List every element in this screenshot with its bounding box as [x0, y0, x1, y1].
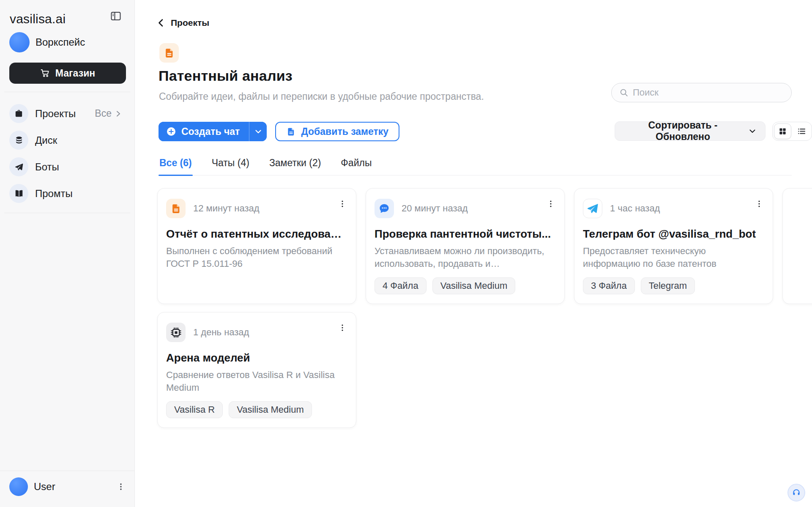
- chevron-left-icon: [157, 18, 165, 27]
- card-description: Сравнение ответов Vasilisa R и Vasilisa …: [166, 369, 347, 394]
- badge-model: Vasilisa Medium: [432, 277, 516, 294]
- grid-icon: [779, 127, 787, 135]
- sidebar-item-label: Промты: [35, 188, 73, 200]
- sidebar-divider: [4, 213, 130, 213]
- card-timestamp: 1 день назад: [193, 327, 249, 338]
- card-menu-icon[interactable]: [545, 198, 557, 210]
- list-controls: Сортировать - Обновлено: [615, 121, 812, 141]
- database-icon: [9, 131, 28, 150]
- tab-all[interactable]: Все (6): [159, 157, 193, 175]
- note-icon: [286, 127, 296, 137]
- list-icon: [797, 127, 806, 136]
- paper-plane-icon: [9, 157, 28, 176]
- card-description: Устанавливаем можно ли производить, испо…: [375, 245, 555, 270]
- sidebar-item-projects[interactable]: Проекты Все: [0, 100, 134, 127]
- badge-model: Vasilisa R: [166, 401, 223, 418]
- card-model-arena[interactable]: 1 день назад Арена моделей Сравнение отв…: [157, 312, 356, 428]
- card-title: Проверка пантентной чистоты...: [375, 227, 555, 241]
- card-timestamp: 12 минут назад: [193, 203, 260, 214]
- sidebar-item-disk[interactable]: Диск: [0, 127, 134, 153]
- search-input[interactable]: [633, 87, 784, 98]
- card-description: Предоставляет техническую информацию по …: [583, 245, 763, 270]
- create-chat-split-button: Создать чат: [159, 122, 267, 141]
- search-box: [611, 83, 792, 102]
- sidebar-collapse-icon[interactable]: [110, 10, 122, 22]
- workspace-switcher[interactable]: Воркспейс: [9, 32, 85, 52]
- create-chat-label: Создать чат: [181, 126, 240, 137]
- card-menu-icon[interactable]: [753, 198, 765, 210]
- badge-files: 4 Файла: [375, 277, 427, 294]
- sidebar-nav: Проекты Все Диск: [0, 100, 134, 207]
- sidebar-divider: [4, 92, 130, 92]
- create-chat-button[interactable]: Создать чат: [159, 122, 249, 141]
- add-note-label: Добавить заметку: [301, 126, 388, 137]
- card-title: Арена моделей: [166, 351, 347, 364]
- project-icon: [159, 43, 179, 63]
- workspace-label: Воркспейс: [36, 36, 85, 48]
- user-kebab-icon[interactable]: [115, 481, 127, 493]
- sidebar-user-divider: [0, 471, 135, 471]
- card-timestamp: 20 минут назад: [402, 203, 468, 214]
- breadcrumb[interactable]: Проекты: [157, 18, 209, 28]
- breadcrumb-label: Проекты: [171, 18, 209, 28]
- tab-notes[interactable]: Заметки (2): [268, 157, 322, 175]
- sort-label: Сортировать - Обновлено: [623, 120, 742, 143]
- store-button-label: Магазин: [55, 68, 95, 79]
- card-title: Отчёт о патентных исследованиях: [166, 227, 347, 241]
- tab-files[interactable]: Файлы: [340, 157, 372, 175]
- store-button[interactable]: Магазин: [9, 63, 126, 84]
- chevron-down-icon: [254, 128, 262, 135]
- chevron-down-icon: [748, 127, 757, 135]
- actions-row: Создать чат Добавить заметку: [159, 122, 399, 141]
- chevron-right-icon: [115, 110, 122, 117]
- plus-circle-icon: [166, 126, 176, 137]
- briefcase-icon: [9, 104, 28, 123]
- telegram-icon: [583, 199, 602, 218]
- user-avatar: [9, 477, 28, 496]
- search-icon: [619, 88, 629, 97]
- list-view-button[interactable]: [793, 123, 810, 139]
- main-content: Проекты Патентный анализ Собирайте идеи,…: [135, 0, 812, 507]
- page-subtitle: Собирайте идеи, файлы и переписки в удоб…: [159, 91, 484, 102]
- badge-files: 3 Файла: [583, 277, 635, 294]
- document-icon: [166, 199, 186, 218]
- sort-button[interactable]: Сортировать - Обновлено: [615, 121, 766, 141]
- card-title: Телеграм бот @vasilisa_rnd_bot: [583, 227, 763, 241]
- user-name: User: [34, 481, 55, 493]
- headphones-icon: [792, 488, 801, 497]
- sidebar-item-prompts[interactable]: Промты: [0, 180, 134, 207]
- cart-icon: [40, 68, 50, 78]
- workspace-avatar: [9, 32, 30, 52]
- add-note-button[interactable]: Добавить заметку: [275, 122, 399, 141]
- tab-chats[interactable]: Чаты (4): [211, 157, 250, 175]
- card-report[interactable]: 12 минут назад Отчёт о патентных исследо…: [157, 188, 356, 304]
- card-timestamp: 1 час назад: [610, 203, 660, 214]
- badge-telegram: Telegram: [641, 277, 695, 294]
- card-description: Выполнен с соблюдением требований ГОСТ Р…: [166, 245, 347, 270]
- page-title: Патентный анализ: [159, 68, 293, 84]
- sidebar-item-trailing: Все: [95, 108, 112, 119]
- card-chat[interactable]: 20 минут назад Проверка пантентной чисто…: [366, 188, 565, 304]
- card-partial[interactable]: [782, 188, 812, 304]
- chip-icon: [166, 323, 186, 342]
- card-menu-icon[interactable]: [336, 322, 348, 334]
- user-menu[interactable]: User: [9, 477, 127, 497]
- grid-view-button[interactable]: [774, 123, 791, 139]
- create-chat-dropdown-button[interactable]: [249, 122, 267, 141]
- card-telegram-bot[interactable]: 1 час назад Телеграм бот @vasilisa_rnd_b…: [574, 188, 773, 304]
- view-toggle: [772, 122, 812, 141]
- badge-model: Vasilisa Medium: [229, 401, 312, 418]
- app-logo: vasilisa.ai: [10, 12, 66, 26]
- sidebar: vasilisa.ai Воркспейс Магазин: [0, 0, 135, 507]
- book-icon: [9, 184, 28, 203]
- support-headphones-button[interactable]: [787, 484, 805, 502]
- sidebar-item-label: Боты: [35, 161, 59, 173]
- cards-grid: 12 минут назад Отчёт о патентных исследо…: [157, 188, 812, 428]
- sidebar-item-label: Проекты: [35, 108, 76, 120]
- sidebar-item-label: Диск: [35, 134, 57, 146]
- tabs: Все (6) Чаты (4) Заметки (2) Файлы: [159, 157, 792, 175]
- chat-icon: [375, 199, 394, 218]
- card-menu-icon[interactable]: [336, 198, 348, 210]
- sidebar-item-bots[interactable]: Боты: [0, 153, 134, 180]
